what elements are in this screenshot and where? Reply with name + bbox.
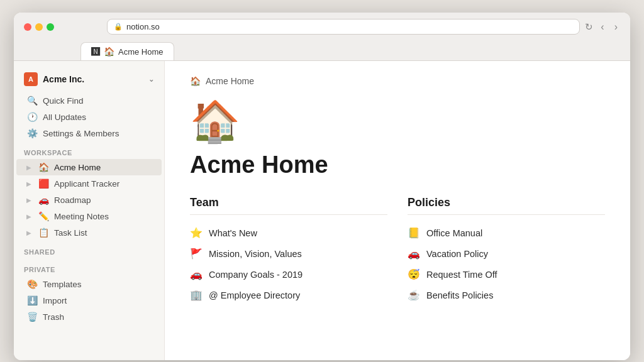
page-title: Acme Home (190, 151, 605, 178)
chevron-right-icon: ▶ (26, 164, 31, 171)
page-icon: 🏠 (190, 101, 605, 141)
workspace-header[interactable]: A Acme Inc. ⌄ (14, 69, 164, 92)
sidebar-item-trash[interactable]: 🗑️ Trash (16, 309, 162, 325)
list-item-vacation-policy[interactable]: 🚗 Vacation Policy (408, 243, 605, 264)
home-icon: 🏠 (38, 162, 49, 172)
list-item-benefits[interactable]: ☕ Benefits Policies (408, 285, 605, 305)
policies-column: Policies 📒 Office Manual 🚗 Vacation Poli… (408, 196, 605, 305)
workspace-name: Acme Inc. (43, 74, 84, 84)
tab-label: Acme Home (118, 47, 164, 57)
star-icon: ⭐ (190, 227, 203, 239)
search-icon: 🔍 (26, 96, 38, 106)
vacation-policy-label: Vacation Policy (426, 249, 488, 259)
benefits-label: Benefits Policies (426, 290, 493, 300)
tracker-icon: 🟥 (38, 178, 49, 189)
notion-favicon: 🅽 (91, 47, 100, 57)
sidebar-item-roadmap[interactable]: ▶ 🚗 Roadmap (16, 192, 162, 208)
car-icon: 🚗 (190, 268, 203, 280)
maximize-button[interactable] (47, 23, 54, 31)
sidebar: A Acme Inc. ⌄ 🔍 Quick Find 🕐 All Updates… (14, 61, 165, 360)
chevron-right-icon: ▶ (26, 229, 31, 236)
chevron-down-icon: ⌄ (148, 75, 154, 84)
trash-icon: 🗑️ (26, 312, 38, 322)
request-time-off-label: Request Time Off (426, 270, 497, 280)
sidebar-applicant-tracker-label: Applicant Tracker (54, 179, 119, 189)
sidebar-trash-label: Trash (43, 312, 64, 322)
all-updates-label: All Updates (43, 112, 86, 122)
breadcrumb-text: Acme Home (206, 76, 254, 86)
team-column: Team ⭐ What's New 🚩 Mission, Vision, Val… (190, 196, 387, 305)
whats-new-label: What's New (209, 228, 257, 238)
office-manual-label: Office Manual (426, 228, 482, 238)
list-item-whats-new[interactable]: ⭐ What's New (190, 222, 387, 243)
list-item-company-goals[interactable]: 🚗 Company Goals - 2019 (190, 264, 387, 285)
close-button[interactable] (24, 23, 31, 31)
sidebar-item-meeting-notes[interactable]: ▶ ✏️ Meeting Notes (16, 208, 162, 224)
back-button[interactable]: ‹ (598, 20, 606, 34)
policies-heading: Policies (408, 196, 605, 215)
gear-icon: ⚙️ (26, 128, 38, 138)
traffic-lights (24, 23, 54, 31)
mission-label: Mission, Vision, Values (209, 249, 302, 259)
team-heading: Team (190, 196, 387, 215)
quick-find-label: Quick Find (43, 96, 84, 106)
sidebar-item-settings[interactable]: ⚙️ Settings & Members (16, 125, 162, 141)
refresh-button[interactable]: ↻ (585, 21, 593, 33)
templates-icon: 🎨 (26, 279, 38, 289)
forward-button[interactable]: › (612, 20, 620, 34)
browser-window: 🔒 notion.so ↻ ‹ › 🅽 🏠 Acme Home A (14, 13, 630, 360)
sleep-icon: 😴 (408, 268, 420, 280)
notes-icon: ✏️ (38, 211, 49, 221)
sidebar-item-all-updates[interactable]: 🕐 All Updates (16, 109, 162, 125)
roadmap-icon: 🚗 (38, 195, 49, 205)
shared-section-label: SHARED (14, 241, 164, 258)
active-tab[interactable]: 🅽 🏠 Acme Home (80, 42, 174, 60)
company-goals-label: Company Goals - 2019 (209, 270, 303, 280)
minimize-button[interactable] (35, 23, 43, 31)
coffee-icon: ☕ (408, 289, 420, 301)
book-icon: 📒 (408, 227, 420, 239)
workspace-icon: A (24, 72, 38, 86)
sidebar-templates-label: Templates (43, 280, 82, 289)
breadcrumb-emoji: 🏠 (190, 76, 201, 86)
sidebar-item-task-list[interactable]: ▶ 📋 Task List (16, 224, 162, 241)
car2-icon: 🚗 (408, 248, 420, 260)
address-bar[interactable]: 🔒 notion.so (107, 19, 580, 35)
address-bar-row: 🔒 notion.so ↻ (64, 19, 593, 35)
sidebar-item-quick-find[interactable]: 🔍 Quick Find (16, 92, 162, 109)
import-icon: ⬇️ (26, 295, 38, 305)
sidebar-task-list-label: Task List (54, 228, 87, 238)
sidebar-acme-home-label: Acme Home (54, 163, 101, 172)
lock-icon: 🔒 (114, 23, 123, 31)
sidebar-roadmap-label: Roadmap (54, 195, 91, 205)
list-item-request-time-off[interactable]: 😴 Request Time Off (408, 264, 605, 285)
building-icon: 🏢 (190, 289, 203, 301)
main-content: 🏠 Acme Home 🏠 Acme Home Team ⭐ What's Ne… (165, 61, 630, 360)
breadcrumb: 🏠 Acme Home (190, 76, 605, 86)
sidebar-meeting-notes-label: Meeting Notes (54, 212, 109, 221)
list-item-office-manual[interactable]: 📒 Office Manual (408, 222, 605, 243)
sidebar-item-templates[interactable]: 🎨 Templates (16, 276, 162, 292)
clock-icon: 🕐 (26, 112, 38, 122)
private-section-label: PRIVATE (14, 258, 164, 276)
browser-chrome: 🔒 notion.so ↻ ‹ › 🅽 🏠 Acme Home (14, 13, 630, 61)
flag-icon: 🚩 (190, 248, 203, 260)
url-text: notion.so (126, 22, 160, 31)
settings-label: Settings & Members (43, 129, 119, 138)
list-item-employee-directory[interactable]: 🏢 @ Employee Directory (190, 285, 387, 305)
nav-buttons: ‹ › (598, 20, 620, 34)
chevron-right-icon: ▶ (26, 180, 31, 187)
task-icon: 📋 (38, 228, 49, 238)
list-item-mission[interactable]: 🚩 Mission, Vision, Values (190, 243, 387, 264)
app-layout: A Acme Inc. ⌄ 🔍 Quick Find 🕐 All Updates… (14, 61, 630, 360)
tab-bar: 🅽 🏠 Acme Home (24, 40, 620, 60)
employee-directory-label: @ Employee Directory (209, 290, 300, 300)
workspace-section-label: WORKSPACE (14, 141, 164, 159)
sidebar-item-import[interactable]: ⬇️ Import (16, 292, 162, 309)
sidebar-item-applicant-tracker[interactable]: ▶ 🟥 Applicant Tracker (16, 175, 162, 192)
chevron-right-icon: ▶ (26, 213, 31, 220)
sidebar-import-label: Import (43, 296, 67, 305)
sidebar-item-acme-home[interactable]: ▶ 🏠 Acme Home (16, 159, 162, 175)
page-favicon: 🏠 (104, 47, 114, 57)
chevron-right-icon: ▶ (26, 197, 31, 204)
